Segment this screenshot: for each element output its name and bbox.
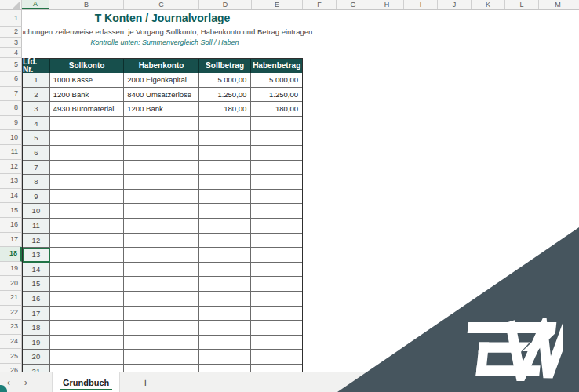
cell-habenbetrag[interactable] <box>251 219 302 234</box>
cell-habenbetrag[interactable] <box>251 190 302 205</box>
cell-habenkonto[interactable] <box>124 292 198 307</box>
row-header-25[interactable]: 25 <box>0 349 22 364</box>
column-header-G[interactable]: G <box>337 0 370 9</box>
row-header-3[interactable]: 3 <box>0 38 22 48</box>
cell-sollbetrag[interactable] <box>199 219 252 234</box>
cell-habenkonto[interactable]: 1200 Bank <box>124 102 198 117</box>
cell-sollbetrag[interactable]: 180,00 <box>199 102 252 117</box>
cell-sollbetrag[interactable] <box>199 146 252 161</box>
cell-sollkonto[interactable] <box>50 277 124 292</box>
cell-lfd-nr[interactable]: 6 <box>23 146 50 161</box>
cell-habenkonto[interactable] <box>124 234 198 249</box>
row-header-13[interactable]: 13 <box>0 174 22 189</box>
cell-habenbetrag[interactable] <box>251 234 302 249</box>
cell-habenkonto[interactable] <box>124 350 198 365</box>
sheet-subtitle[interactable]: Buchungen zeilenweise erfassen: je Vorga… <box>11 27 319 38</box>
cell-habenkonto[interactable] <box>124 307 198 321</box>
row-header-16[interactable]: 16 <box>0 218 22 233</box>
column-header-E[interactable]: E <box>252 0 303 9</box>
cell-sollkonto[interactable] <box>50 146 124 161</box>
cell-sollbetrag[interactable] <box>199 277 252 292</box>
cell-habenkonto[interactable] <box>124 219 198 234</box>
sheet-note[interactable]: Kontrolle unten: Summenvergleich Soll / … <box>11 38 319 48</box>
cell-habenbetrag[interactable] <box>251 336 302 350</box>
select-all-corner[interactable] <box>0 0 22 9</box>
table-header-cell[interactable]: Habenkonto <box>124 59 198 73</box>
cell-lfd-nr[interactable]: 19 <box>23 336 50 350</box>
cell-lfd-nr[interactable]: 12 <box>23 234 50 249</box>
row-header-21[interactable]: 21 <box>0 291 22 306</box>
cell-sollbetrag[interactable] <box>199 190 252 205</box>
cell-sollkonto[interactable] <box>50 263 124 278</box>
cell-sollkonto[interactable] <box>50 117 124 132</box>
cell-habenbetrag[interactable] <box>251 321 302 336</box>
active-cell[interactable]: 13 <box>23 248 50 263</box>
cell-sollkonto[interactable] <box>50 248 124 263</box>
cell-habenbetrag[interactable] <box>251 248 302 263</box>
row-header-8[interactable]: 8 <box>0 101 22 116</box>
cell-sollbetrag[interactable] <box>199 336 252 350</box>
cell-habenkonto[interactable] <box>124 117 198 132</box>
cell-habenbetrag[interactable] <box>251 292 302 307</box>
cell-habenbetrag[interactable] <box>251 117 302 132</box>
column-header-I[interactable]: I <box>404 0 438 9</box>
cell-sollbetrag[interactable] <box>199 307 252 321</box>
cell-sollbetrag[interactable] <box>199 161 252 176</box>
cell-sollbetrag[interactable] <box>199 204 252 219</box>
cell-habenbetrag[interactable] <box>251 161 302 176</box>
row-header-18[interactable]: 18 <box>0 247 22 262</box>
cell-lfd-nr[interactable]: 8 <box>23 175 50 190</box>
cell-lfd-nr[interactable]: 4 <box>23 117 50 132</box>
row-header-5[interactable]: 5 <box>0 58 22 72</box>
sheet-title[interactable]: T Konten / Journalvorlage <box>22 10 303 27</box>
cell-sollbetrag[interactable]: 5.000,00 <box>199 73 252 88</box>
cell-lfd-nr[interactable]: 20 <box>23 350 50 365</box>
row-header-23[interactable]: 23 <box>0 320 22 335</box>
cell-sollbetrag[interactable] <box>199 350 252 365</box>
cell-habenkonto[interactable] <box>124 131 198 146</box>
cell-habenkonto[interactable] <box>124 248 198 263</box>
cell-habenbetrag[interactable] <box>251 131 302 146</box>
column-header-K[interactable]: K <box>472 0 505 9</box>
cell-habenbetrag[interactable] <box>251 146 302 161</box>
cell-sollkonto[interactable] <box>50 234 124 249</box>
row-header-10[interactable]: 10 <box>0 130 22 145</box>
cell-habenbetrag[interactable]: 5.000,00 <box>251 73 302 88</box>
cell-sollkonto[interactable] <box>50 161 124 176</box>
next-sheet-button[interactable]: › <box>17 377 35 387</box>
cell-sollkonto[interactable] <box>50 190 124 205</box>
cell-sollkonto[interactable] <box>50 307 124 321</box>
tab-grundbuch[interactable]: Grundbuch <box>52 372 120 392</box>
cell-habenbetrag[interactable] <box>251 204 302 219</box>
cell-sollbetrag[interactable] <box>199 175 252 190</box>
cell-sollbetrag[interactable] <box>199 117 252 132</box>
row-header-7[interactable]: 7 <box>0 87 22 102</box>
cell-lfd-nr[interactable]: 16 <box>23 292 50 307</box>
cell-habenkonto[interactable]: 2000 Eigenkapital <box>124 73 198 88</box>
table-header-cell[interactable]: Sollkonto <box>50 59 124 73</box>
column-header-D[interactable]: D <box>199 0 252 9</box>
column-header-F[interactable]: F <box>303 0 337 9</box>
table-header-cell[interactable]: Sollbetrag <box>199 59 252 73</box>
row-header-2[interactable]: 2 <box>0 27 22 38</box>
cell-habenbetrag[interactable] <box>251 307 302 321</box>
row-header-17[interactable]: 17 <box>0 233 22 248</box>
column-header-A[interactable]: A <box>22 0 49 9</box>
column-header-H[interactable]: H <box>370 0 404 9</box>
cell-sollbetrag[interactable] <box>199 321 252 336</box>
cell-habenbetrag[interactable]: 180,00 <box>251 102 302 117</box>
cell-habenkonto[interactable] <box>124 336 198 350</box>
cell-sollbetrag[interactable] <box>199 248 252 263</box>
cell-sollkonto[interactable] <box>50 336 124 350</box>
cell-lfd-nr[interactable]: 9 <box>23 190 50 205</box>
column-header-L[interactable]: L <box>505 0 539 9</box>
cell-habenkonto[interactable] <box>124 146 198 161</box>
row-header-4[interactable]: 4 <box>0 48 22 58</box>
row-header-15[interactable]: 15 <box>0 203 22 218</box>
table-header-cell[interactable]: Habenbetrag <box>251 59 302 73</box>
cell-sollkonto[interactable] <box>50 175 124 190</box>
cell-lfd-nr[interactable]: 7 <box>23 161 50 176</box>
cell-sollkonto[interactable]: 4930 Büromaterial <box>50 102 124 117</box>
cell-sollbetrag[interactable] <box>199 292 252 307</box>
row-header-6[interactable]: 6 <box>0 72 22 87</box>
